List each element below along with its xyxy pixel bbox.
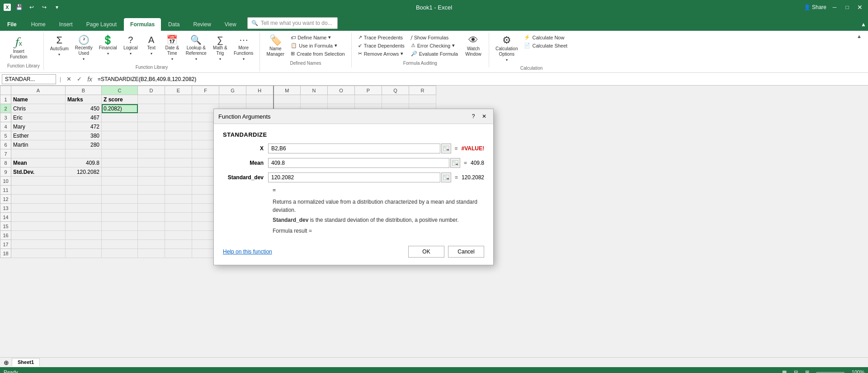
cell-d18[interactable] (138, 249, 165, 258)
cell-e16[interactable] (165, 231, 192, 240)
cell-e18[interactable] (165, 249, 192, 258)
cell-c6[interactable] (102, 140, 138, 149)
col-header-p[interactable]: P (355, 86, 382, 95)
cancel-button[interactable]: Cancel (448, 246, 484, 258)
col-header-d[interactable]: D (138, 86, 165, 95)
cell-e10[interactable] (165, 177, 192, 186)
cell-c5[interactable] (102, 131, 138, 140)
cell-b12[interactable] (66, 195, 102, 204)
cell-a3[interactable]: Eric (11, 113, 66, 122)
cell-e2[interactable] (165, 104, 192, 113)
cell-c7[interactable] (102, 149, 138, 158)
tab-page-layout[interactable]: Page Layout (80, 18, 123, 31)
cell-d10[interactable] (138, 177, 165, 186)
cell-c11[interactable] (102, 186, 138, 195)
cell-b4[interactable]: 472 (66, 122, 102, 131)
logical-button[interactable]: ? Logical ▾ (121, 33, 141, 57)
cell-c18[interactable] (102, 249, 138, 258)
tab-view[interactable]: View (218, 18, 243, 31)
cell-b18[interactable] (66, 249, 102, 258)
cell-a8[interactable]: Mean (11, 158, 66, 167)
use-in-formula-button[interactable]: 📋 Use in Formula ▾ (288, 42, 347, 49)
ribbon-minimize-button[interactable]: ▲ (859, 20, 868, 29)
cell-a12[interactable] (11, 195, 66, 204)
arg-picker-stddev[interactable] (441, 172, 451, 182)
watch-window-button[interactable]: 👁 WatchWindow (462, 33, 485, 59)
col-header-h[interactable]: H (246, 86, 274, 95)
minimize-button[interactable]: ─ (830, 3, 839, 12)
cell-a15[interactable] (11, 222, 66, 231)
formula-input[interactable] (96, 74, 866, 84)
trace-precedents-button[interactable]: ↗ Trace Precedents (355, 33, 407, 41)
col-header-q[interactable]: Q (382, 86, 409, 95)
cell-c8[interactable] (102, 158, 138, 167)
cell-d9[interactable] (138, 167, 165, 177)
cell-e5[interactable] (165, 131, 192, 140)
cell-d8[interactable] (138, 158, 165, 167)
cell-e17[interactable] (165, 240, 192, 249)
col-header-o[interactable]: O (328, 86, 355, 95)
cell-d14[interactable] (138, 213, 165, 222)
cell-d7[interactable] (138, 149, 165, 158)
cell-d1[interactable] (138, 95, 165, 104)
ok-button[interactable]: OK (408, 246, 444, 258)
restore-button[interactable]: □ (843, 3, 852, 12)
cell-c16[interactable] (102, 231, 138, 240)
define-name-button[interactable]: 🏷 Define Name ▾ (288, 33, 347, 41)
help-on-this-function-link[interactable]: Help on this function (223, 249, 272, 255)
cell-h1[interactable] (246, 95, 274, 104)
cell-d11[interactable] (138, 186, 165, 195)
cell-b15[interactable] (66, 222, 102, 231)
tab-data[interactable]: Data (162, 18, 186, 31)
cell-e12[interactable] (165, 195, 192, 204)
trace-dependents-button[interactable]: ↙ Trace Dependents (355, 42, 407, 49)
insert-function-button[interactable]: 𝑓x InsertFunction (7, 33, 30, 62)
cell-c10[interactable] (102, 177, 138, 186)
cell-d5[interactable] (138, 131, 165, 140)
cell-b6[interactable]: 280 (66, 140, 102, 149)
cell-d3[interactable] (138, 113, 165, 122)
page-layout-view-button[interactable]: ⊟ (794, 369, 798, 373)
cell-d6[interactable] (138, 140, 165, 149)
cell-c4[interactable] (102, 122, 138, 131)
col-header-b[interactable]: B (66, 86, 102, 95)
tab-file[interactable]: File (0, 18, 24, 31)
cell-c14[interactable] (102, 213, 138, 222)
cell-d4[interactable] (138, 122, 165, 131)
cell-a2[interactable]: Chris (11, 104, 66, 113)
cell-c15[interactable] (102, 222, 138, 231)
cell-b16[interactable] (66, 231, 102, 240)
zoom-slider[interactable]: ──────── (816, 369, 844, 373)
calculate-now-button[interactable]: ⚡ Calculate Now (521, 33, 570, 41)
ribbon-collapse-button[interactable]: ▲ (854, 33, 864, 40)
close-button[interactable]: ✕ (855, 3, 864, 12)
add-sheet-button[interactable]: ⊕ (2, 359, 11, 366)
cell-a9[interactable]: Std.Dev. (11, 167, 66, 177)
cell-a7[interactable] (11, 149, 66, 158)
create-from-selection-button[interactable]: ⊞ Create from Selection (288, 50, 347, 57)
cell-b14[interactable] (66, 213, 102, 222)
cell-c3[interactable] (102, 113, 138, 122)
cell-b11[interactable] (66, 186, 102, 195)
cell-r1[interactable] (409, 95, 436, 104)
math-trig-button[interactable]: ∑ Math &Trig ▾ (210, 33, 230, 63)
cell-b17[interactable] (66, 240, 102, 249)
text-button[interactable]: A Text ▾ (142, 33, 161, 57)
cell-a14[interactable] (11, 213, 66, 222)
cell-a5[interactable]: Esther (11, 131, 66, 140)
cell-a16[interactable] (11, 231, 66, 240)
cell-b7[interactable] (66, 149, 102, 158)
cell-a4[interactable]: Mary (11, 122, 66, 131)
cell-d12[interactable] (138, 195, 165, 204)
function-arguments-dialog[interactable]: Function Arguments ? ✕ STANDARDIZE X (213, 109, 494, 265)
cancel-formula-button[interactable]: ✕ (65, 76, 73, 82)
cell-a17[interactable] (11, 240, 66, 249)
evaluate-formula-button[interactable]: 🔎 Evaluate Formula (408, 50, 461, 57)
cell-a10[interactable] (11, 177, 66, 186)
cell-b1[interactable]: Marks (66, 95, 102, 104)
cell-e1[interactable] (165, 95, 192, 104)
financial-button[interactable]: 💲 Financial ▾ (96, 33, 120, 57)
cell-n1[interactable] (301, 95, 328, 104)
col-header-n[interactable]: N (301, 86, 328, 95)
cell-b2[interactable]: 450 (66, 104, 102, 113)
